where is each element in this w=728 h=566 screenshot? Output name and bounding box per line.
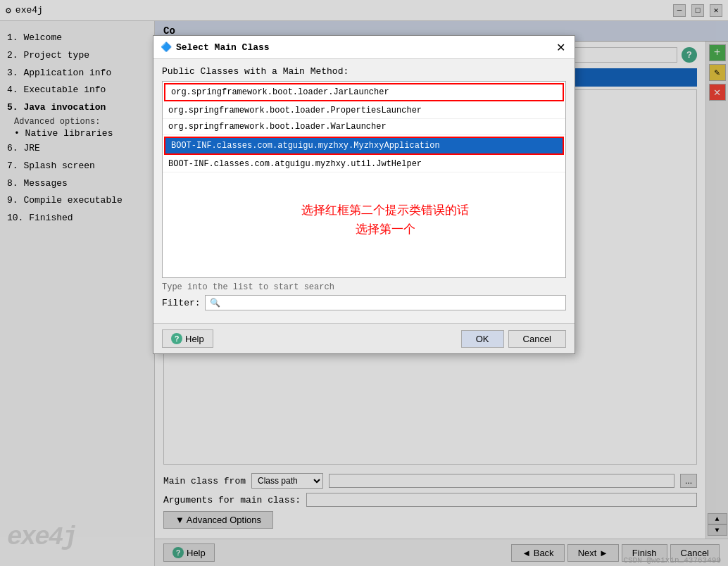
filter-label: Filter: — [162, 298, 201, 308]
dialog-help-button[interactable]: ? Help — [162, 329, 213, 348]
dialog-icon: 🔷 — [161, 42, 172, 53]
dialog-body: Public Classes with a Main Method: org.s… — [153, 59, 575, 323]
dialog-subtitle: Public Classes with a Main Method: — [162, 66, 566, 77]
search-hint: Type into the list to start search — [162, 282, 566, 292]
dialog-title: 🔷 Select Main Class — [161, 42, 270, 53]
filter-input[interactable] — [205, 295, 566, 310]
dialog-footer: ? Help OK Cancel — [153, 323, 575, 353]
dialog-ok-button[interactable]: OK — [461, 330, 504, 348]
dialog-action-buttons: OK Cancel — [461, 330, 566, 348]
dialog-help-icon: ? — [171, 333, 182, 344]
dialog-close-button[interactable]: ✕ — [553, 40, 567, 54]
select-main-class-dialog: 🔷 Select Main Class ✕ Public Classes wit… — [153, 35, 575, 354]
dialog-overlay: 🔷 Select Main Class ✕ Public Classes wit… — [0, 0, 728, 566]
dialog-title-bar: 🔷 Select Main Class ✕ — [153, 36, 575, 59]
class-item-1[interactable]: org.springframework.boot.loader.Properti… — [163, 103, 565, 119]
annotation-text: 选择红框第二个提示类错误的话 选择第一个 — [163, 172, 565, 239]
class-item-2[interactable]: org.springframework.boot.loader.WarLaunc… — [163, 119, 565, 135]
filter-row: Filter: — [162, 295, 566, 310]
dialog-cancel-button[interactable]: Cancel — [508, 330, 566, 348]
class-list[interactable]: org.springframework.boot.loader.JarLaunc… — [162, 81, 566, 278]
class-item-0[interactable]: org.springframework.boot.loader.JarLaunc… — [164, 83, 564, 101]
class-item-4[interactable]: BOOT-INF.classes.com.atguigu.myzhxy.util… — [163, 156, 565, 172]
class-item-3[interactable]: BOOT-INF.classes.com.atguigu.myzhxy.Myzh… — [164, 137, 564, 155]
